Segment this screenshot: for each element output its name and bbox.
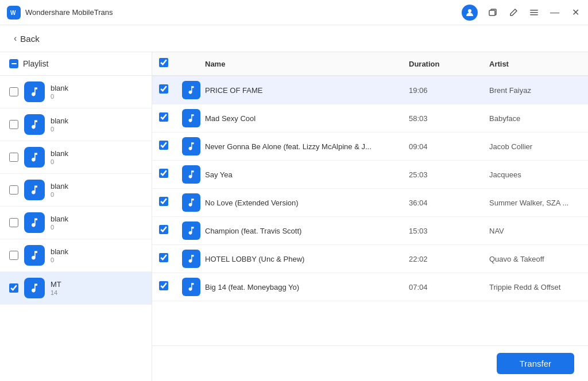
playlist-name-6: MT (51, 280, 142, 289)
table-row[interactable]: Champion (feat. Travis Scott) 15:03 NAV (152, 217, 588, 245)
song-name-1: Mad Sexy Cool (205, 114, 409, 123)
title-bar-controls: — ✕ (462, 5, 581, 21)
playlist-name-2: blank (51, 149, 142, 158)
row-checkbox-cell-7[interactable] (159, 281, 182, 293)
back-bar: ‹ Back (0, 25, 588, 52)
transfer-button[interactable]: Transfer (497, 353, 574, 374)
table-body: PRICE OF FAME 19:06 Brent Faiyaz Mad Sex… (152, 76, 588, 345)
svg-rect-5 (530, 12, 538, 13)
song-icon-6 (182, 250, 200, 268)
playlist-all-checkbox[interactable] (9, 59, 18, 68)
table-row[interactable]: Mad Sexy Cool 58:03 Babyface (152, 104, 588, 133)
sidebar-item-6[interactable]: MT 14 (0, 272, 152, 305)
table-row[interactable]: Never Gonna Be Alone (feat. Lizzy McAlpi… (152, 133, 588, 161)
playlist-name-4: blank (51, 215, 142, 223)
select-all-checkbox[interactable] (159, 58, 168, 67)
song-name-3: Say Yea (205, 170, 409, 179)
row-checkbox-7[interactable] (159, 281, 168, 290)
sidebar-checkbox-5[interactable] (9, 251, 18, 260)
row-checkbox-cell-4[interactable] (159, 197, 182, 208)
playlist-info-1: blank 0 (51, 116, 142, 133)
song-icon-5 (182, 221, 200, 240)
row-checkbox-0[interactable] (159, 84, 168, 94)
close-button[interactable]: ✕ (570, 7, 581, 18)
window-button[interactable] (487, 7, 498, 18)
sidebar-checkbox-3[interactable] (9, 185, 18, 195)
row-checkbox-5[interactable] (159, 225, 168, 234)
row-checkbox-3[interactable] (159, 169, 168, 178)
table-row[interactable]: Say Yea 25:03 Jacquees (152, 161, 588, 189)
row-checkbox-cell-2[interactable] (159, 141, 182, 152)
playlist-count-1: 0 (51, 126, 142, 133)
playlist-info-2: blank 0 (51, 149, 142, 165)
row-checkbox-cell-6[interactable] (159, 253, 182, 265)
row-checkbox-6[interactable] (159, 253, 168, 262)
sidebar-checkbox-0[interactable] (9, 87, 18, 96)
song-duration-6: 22:02 (409, 255, 489, 263)
playlist-icon-1 (24, 114, 45, 135)
content-panel: Name Duration Artist PRICE OF FAME 19:06… (152, 52, 588, 381)
song-duration-5: 15:03 (409, 227, 489, 235)
playlist-icon-5 (24, 245, 45, 266)
table-row[interactable]: Big 14 (feat. Moneybagg Yo) 07:04 Trippi… (152, 273, 588, 301)
header-artist: Artist (489, 60, 581, 68)
sidebar-item-2[interactable]: blank 0 (0, 141, 152, 174)
row-checkbox-cell-3[interactable] (159, 169, 182, 180)
row-checkbox-2[interactable] (159, 141, 168, 150)
song-artist-3: Jacquees (489, 170, 581, 179)
row-checkbox-cell-1[interactable] (159, 112, 182, 124)
song-duration-7: 07:04 (409, 283, 489, 291)
playlist-count-6: 14 (51, 289, 142, 296)
sidebar-checkbox-6[interactable] (9, 283, 18, 293)
main-content: Playlist blank 0 blank 0 (0, 52, 588, 381)
song-icon-7 (182, 278, 200, 296)
song-artist-7: Trippie Redd & Offset (489, 283, 581, 291)
song-name-4: No Love (Extended Version) (205, 199, 409, 207)
edit-button[interactable] (508, 7, 519, 18)
song-name-6: HOTEL LOBBY (Unc & Phew) (205, 255, 409, 263)
app-title: Wondershare MobileTrans (25, 8, 113, 17)
svg-rect-4 (530, 10, 538, 11)
row-checkbox-cell-5[interactable] (159, 225, 182, 236)
song-duration-4: 36:04 (409, 199, 489, 207)
back-button[interactable]: ‹ Back (14, 33, 40, 44)
table-row[interactable]: No Love (Extended Version) 36:04 Summer … (152, 189, 588, 217)
song-icon-0 (182, 81, 200, 99)
svg-text:W: W (10, 10, 16, 16)
playlist-count-3: 0 (51, 191, 142, 198)
sidebar-item-1[interactable]: blank 0 (0, 108, 152, 141)
svg-rect-3 (489, 10, 495, 15)
sidebar-item-3[interactable]: blank 0 (0, 174, 152, 207)
footer: Transfer (152, 345, 588, 381)
sidebar-item-0[interactable]: blank 0 (0, 76, 152, 108)
playlist-name-1: blank (51, 116, 142, 125)
menu-button[interactable] (528, 7, 540, 18)
playlist-count-5: 0 (51, 256, 142, 263)
sidebar-item-5[interactable]: blank 0 (0, 239, 152, 272)
user-avatar-button[interactable] (462, 5, 478, 21)
sidebar: Playlist blank 0 blank 0 (0, 52, 152, 381)
sidebar-item-4[interactable]: blank 0 (0, 207, 152, 239)
playlist-name-3: blank (51, 182, 142, 190)
row-checkbox-1[interactable] (159, 112, 168, 122)
title-bar: W Wondershare MobileTrans (0, 0, 588, 25)
sidebar-checkbox-1[interactable] (9, 120, 18, 129)
table-row[interactable]: PRICE OF FAME 19:06 Brent Faiyaz (152, 76, 588, 104)
row-checkbox-cell-0[interactable] (159, 84, 182, 96)
song-name-2: Never Gonna Be Alone (feat. Lizzy McAlpi… (205, 142, 409, 151)
playlist-icon-4 (24, 212, 45, 233)
song-artist-6: Quavo & Takeoff (489, 255, 581, 263)
playlist-count-4: 0 (51, 224, 142, 231)
sidebar-checkbox-2[interactable] (9, 153, 18, 162)
sidebar-checkbox-4[interactable] (9, 218, 18, 227)
playlist-info-0: blank 0 (51, 84, 142, 100)
header-checkbox-cell[interactable] (159, 58, 182, 69)
song-name-0: PRICE OF FAME (205, 86, 409, 95)
header-duration: Duration (409, 60, 489, 68)
back-arrow-icon: ‹ (14, 33, 17, 44)
sidebar-header: Playlist (0, 52, 152, 76)
minimize-button[interactable]: — (549, 7, 560, 18)
table-row[interactable]: HOTEL LOBBY (Unc & Phew) 22:02 Quavo & T… (152, 245, 588, 273)
row-checkbox-4[interactable] (159, 197, 168, 206)
playlist-info-3: blank 0 (51, 182, 142, 198)
